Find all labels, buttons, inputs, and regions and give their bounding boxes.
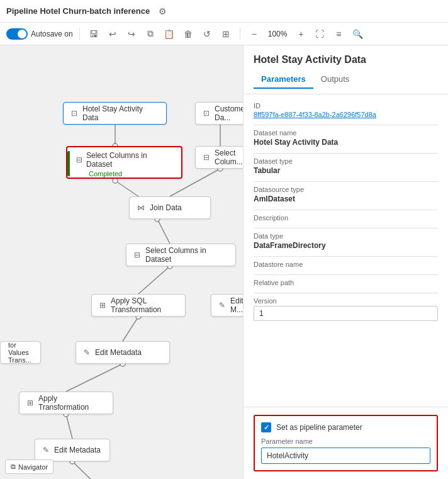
field-version: Version xyxy=(254,297,438,321)
completed-indicator xyxy=(67,151,70,176)
zoom-level: 100% xyxy=(266,30,290,38)
node-apply-sql[interactable]: ⊞ Apply SQL Transformation xyxy=(91,294,186,317)
zoom-out-button[interactable]: − xyxy=(247,26,262,42)
node-hotel-stay[interactable]: ⊡ Hotel Stay Activity Data xyxy=(63,102,167,125)
divider xyxy=(254,181,438,182)
param-name-label: Parameter name xyxy=(261,437,430,445)
pipeline-param-label: Set as pipeline parameter xyxy=(276,423,362,432)
param-name-input[interactable] xyxy=(261,448,430,464)
autosave-toggle[interactable] xyxy=(6,28,28,40)
hotel-stay-label: Hotel Stay Activity Data xyxy=(82,104,159,122)
divider xyxy=(254,125,438,125)
node-edit-metadata-2[interactable]: ✎ Edit Metadata xyxy=(35,439,110,461)
canvas-area[interactable]: ⊡ Hotel Stay Activity Data ⊡ Customer Da… xyxy=(0,45,243,479)
svg-line-7 xyxy=(66,364,123,392)
copy-button[interactable]: ⧉ xyxy=(143,26,158,42)
select-cols-1-label: Select Columns in Dataset xyxy=(86,151,175,169)
undo-button[interactable]: ↩ xyxy=(105,26,120,42)
panel-header: Hotel Stay Activity Data Parameters Outp… xyxy=(244,45,448,94)
svg-line-6 xyxy=(123,317,138,341)
settings-button[interactable]: ⊞ xyxy=(218,26,233,42)
dataset-icon: ⊡ xyxy=(71,109,77,118)
field-relative-path: Relative path xyxy=(254,279,438,286)
datasource-type-label: Datasource type xyxy=(254,186,438,193)
save-button[interactable]: 🖫 xyxy=(86,26,101,42)
field-datasource-type: Datasource type AmlDataset xyxy=(254,186,438,203)
field-dataset-type: Dataset type Tabular xyxy=(254,157,438,175)
edit-meta-1-label: Edit Metadata xyxy=(95,348,142,357)
join-icon: ⋈ xyxy=(137,203,145,212)
layout-button[interactable]: ≡ xyxy=(331,26,346,42)
field-dataset-name: Dataset name Hotel Stay Activity Data xyxy=(254,129,438,147)
set-pipeline-param-row: Set as pipeline parameter xyxy=(261,422,430,432)
node-select-cols-1[interactable]: ⊟ Select Columns in Dataset Completed xyxy=(66,146,182,179)
zoom-in-button[interactable]: + xyxy=(293,26,308,42)
svg-line-8 xyxy=(66,414,72,439)
version-input[interactable] xyxy=(254,306,438,321)
id-label: ID xyxy=(254,102,438,110)
pipeline-title: Pipeline Hotel Churn-batch inference xyxy=(6,6,150,16)
redo-button[interactable]: ↪ xyxy=(124,26,139,42)
data-type-label: Data type xyxy=(254,232,438,240)
main-layout: ⊡ Hotel Stay Activity Data ⊡ Customer Da… xyxy=(0,45,448,479)
datasource-type-value: AmlDataset xyxy=(254,194,438,203)
node-join-data[interactable]: ⋈ Join Data xyxy=(129,196,211,219)
dataset-name-label: Dataset name xyxy=(254,129,438,137)
svg-line-9 xyxy=(72,461,98,479)
autosave-toggle-group: Autosave on xyxy=(6,28,73,40)
navigator-label: Navigator xyxy=(18,463,48,471)
node-select-cols-3[interactable]: ⊟ Select Columns in Dataset xyxy=(126,244,236,266)
navigator-icon: ⧉ xyxy=(11,463,16,471)
divider xyxy=(254,228,438,228)
divider xyxy=(254,256,438,257)
gear-button[interactable]: ⚙ xyxy=(155,4,170,19)
relative-path-label: Relative path xyxy=(254,279,438,286)
svg-line-4 xyxy=(157,219,170,244)
select-cols-icon-2: ⊟ xyxy=(203,153,210,162)
node-edit-m[interactable]: ✎ Edit M... xyxy=(211,294,243,317)
refresh-button[interactable]: ↺ xyxy=(199,26,215,42)
search-button[interactable]: 🔍 xyxy=(350,26,365,42)
sql-icon: ⊞ xyxy=(99,301,106,310)
dataset-type-value: Tabular xyxy=(254,166,438,175)
apply-sql-label: Apply SQL Transformation xyxy=(111,296,177,314)
field-id: ID 8ff597fa-e887-4f33-8a2b-2a6296f57d8a xyxy=(254,102,438,118)
autosave-label: Autosave on xyxy=(31,30,73,38)
node-edit-metadata-1[interactable]: ✎ Edit Metadata xyxy=(76,341,170,364)
node-apply-transformation[interactable]: ⊞ Apply Transformation xyxy=(19,392,113,414)
delete-button[interactable]: 🗑 xyxy=(181,26,196,42)
customer-data-label: Customer Da... xyxy=(215,104,243,122)
fit-button[interactable]: ⛶ xyxy=(312,26,327,42)
node-select-cols-2[interactable]: ⊟ Select Colum... xyxy=(195,146,243,169)
select-cols-icon: ⊟ xyxy=(76,155,82,164)
pipeline-param-checkbox[interactable] xyxy=(261,422,271,432)
join-data-label: Join Data xyxy=(150,203,182,212)
tab-parameters[interactable]: Parameters xyxy=(254,70,313,89)
select-cols-2-label: Select Colum... xyxy=(215,149,243,166)
datastore-name-label: Datastore name xyxy=(254,261,438,268)
description-label: Description xyxy=(254,214,438,222)
id-value: 8ff597fa-e887-4f33-8a2b-2a6296f57d8a xyxy=(254,111,438,118)
tab-outputs[interactable]: Outputs xyxy=(313,70,357,89)
divider xyxy=(254,274,438,275)
top-bar: Pipeline Hotel Churn-batch inference ⚙ xyxy=(0,0,448,23)
apply-trans-icon: ⊞ xyxy=(27,398,33,407)
svg-line-5 xyxy=(138,266,170,294)
apply-trans-label: Apply Transformation xyxy=(38,394,105,412)
dataset-icon-2: ⊡ xyxy=(203,109,210,118)
indicator-label: tor Values Trans... xyxy=(8,341,33,364)
divider xyxy=(254,153,438,154)
divider xyxy=(254,293,438,293)
version-label: Version xyxy=(254,297,438,305)
divider xyxy=(254,210,438,210)
paste-button[interactable]: 📋 xyxy=(162,26,177,42)
field-datastore-name: Datastore name xyxy=(254,261,438,268)
node-customer-data[interactable]: ⊡ Customer Da... xyxy=(195,102,243,125)
toolbar: Autosave on 🖫 ↩ ↪ ⧉ 📋 🗑 ↺ ⊞ − 100% + ⛶ ≡… xyxy=(0,23,448,45)
pipeline-param-section: Set as pipeline parameter Parameter name xyxy=(254,415,438,471)
svg-line-2 xyxy=(115,181,138,196)
right-panel: Hotel Stay Activity Data Parameters Outp… xyxy=(243,45,448,479)
node-indicator[interactable]: tor Values Trans... xyxy=(0,341,41,364)
dataset-name-value: Hotel Stay Activity Data xyxy=(254,138,438,147)
navigator-button[interactable]: ⧉ Navigator xyxy=(5,459,53,474)
